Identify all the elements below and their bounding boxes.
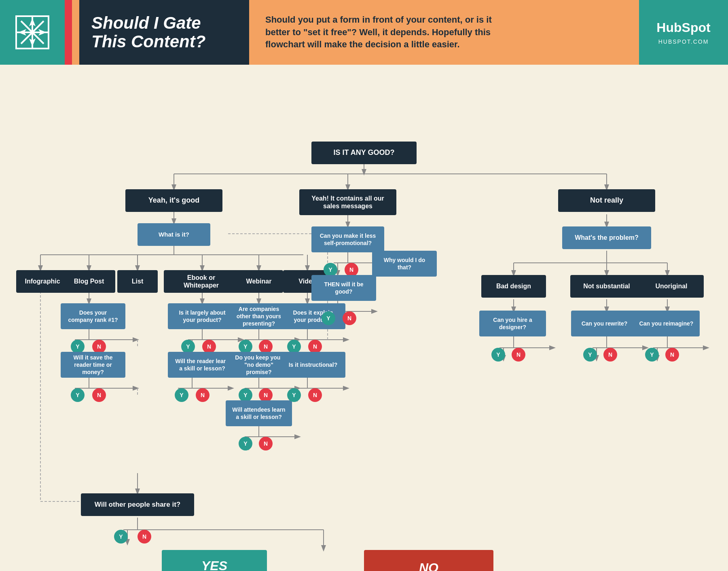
blog-post-node: Blog Post [63, 270, 115, 293]
orange-accent-bar [72, 0, 79, 65]
description-background: Should you put a form in front of your c… [249, 0, 639, 65]
list-node: List [117, 270, 158, 293]
explain-product-no: N [308, 340, 322, 353]
not-substantial-node: Not substantial [570, 275, 643, 298]
instructional-no: N [308, 388, 322, 402]
unoriginal-node: Unoriginal [639, 275, 704, 298]
start-node: IS IT ANY GOOD? [311, 142, 417, 164]
yeah-sales-node: Yeah! It contains all our sales messages [299, 189, 396, 215]
hubspot-logo: HubSpot [656, 20, 710, 35]
webinar-node: Webinar [235, 270, 283, 293]
explain-product-node: Does it explain your product? [281, 303, 345, 329]
can-rewrite-no: N [603, 348, 617, 362]
then-good-yes: Y [322, 311, 335, 325]
keep-no-demo-yes: Y [239, 388, 252, 402]
share-no: N [138, 530, 151, 544]
hire-designer-no: N [512, 348, 525, 362]
ebook-node: Ebook or Whitepaper [164, 270, 239, 293]
header: Should I Gate This Content? Should you p… [0, 0, 728, 65]
red-accent-bar [65, 0, 72, 65]
company-rank-yes: Y [71, 340, 85, 353]
hubspot-background: HubSpot HUBSPOT.COM [639, 0, 728, 65]
reader-learn-no: N [196, 388, 210, 402]
then-good-no: N [343, 311, 356, 325]
save-reader-yes: Y [71, 388, 85, 402]
largely-no: N [202, 340, 216, 353]
company-rank-node: Does your company rank #1? [61, 303, 125, 329]
less-promo-no: N [345, 263, 358, 277]
largely-yes: Y [181, 340, 195, 353]
can-reimagine-no: N [665, 348, 679, 362]
instructional-yes: Y [287, 388, 301, 402]
hubspot-url: HUBSPOT.COM [658, 38, 709, 45]
can-rewrite-yes: Y [583, 348, 597, 362]
will-share-node: Will other people share it? [81, 493, 194, 516]
why-would-node: Why would I do that? [372, 251, 437, 277]
attendees-learn-no: N [259, 437, 273, 450]
attendees-learn-node: Will attendees learn a skill or lesson? [226, 400, 292, 426]
attendees-learn-yes: Y [239, 437, 252, 450]
page-description: Should you put a form in front of your c… [265, 14, 508, 51]
keep-no-demo-no: N [259, 388, 273, 402]
yeah-good-node: Yeah, it's good [125, 189, 222, 212]
reader-learn-yes: Y [175, 388, 188, 402]
result-no-node: NO You are asking too much [364, 550, 493, 571]
infographic-node: Infographic [16, 270, 69, 293]
hire-designer-yes: Y [491, 348, 505, 362]
save-reader-no: N [92, 388, 106, 402]
whats-problem-node: What's the problem? [562, 226, 651, 249]
can-rewrite-node: Can you rewrite? [571, 311, 638, 336]
flowchart: IS IT ANY GOOD? Yeah, it's good Yeah! It… [0, 65, 728, 571]
bad-design-node: Bad design [481, 275, 546, 298]
logo-background [0, 0, 65, 65]
share-yes: Y [114, 530, 128, 544]
page-title: Should I Gate This Content? [91, 14, 205, 51]
companies-other-no: N [259, 340, 273, 353]
then-good-node: THEN will it be good? [311, 275, 376, 301]
hire-designer-node: Can you hire a designer? [479, 311, 546, 336]
not-really-node: Not really [558, 189, 655, 212]
company-rank-no: N [92, 340, 106, 353]
yes-label: YES [190, 558, 239, 571]
save-reader-node: Will it save the reader time or money? [61, 352, 125, 378]
can-reimagine-yes: Y [645, 348, 659, 362]
is-instructional-node: Is it instructional? [281, 352, 345, 378]
no-label: NO [385, 560, 472, 571]
less-promo-node: Can you make it less self-promotional? [311, 226, 384, 252]
companies-other-yes: Y [239, 340, 252, 353]
title-background: Should I Gate This Content? [79, 0, 249, 65]
explain-product-yes: Y [287, 340, 301, 353]
logo-icon [12, 12, 53, 53]
what-is-it-node: What is it? [138, 223, 210, 246]
result-yes-node: YES It's a fair trade [162, 550, 267, 571]
less-promo-yes: Y [324, 263, 337, 277]
can-reimagine-node: Can you reimagine? [633, 311, 700, 336]
